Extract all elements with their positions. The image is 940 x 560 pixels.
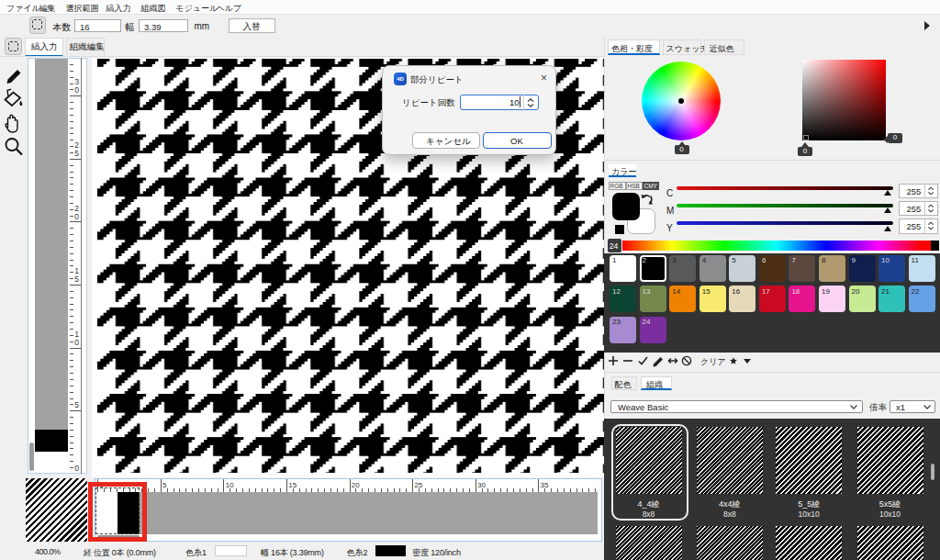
svg-text:5: 5 bbox=[74, 274, 79, 284]
svg-text:0: 0 bbox=[74, 337, 79, 346]
svg-text:10: 10 bbox=[226, 480, 234, 488]
svg-text:5: 5 bbox=[162, 480, 167, 488]
svg-text:30: 30 bbox=[477, 480, 486, 488]
svg-text:5: 5 bbox=[74, 400, 79, 409]
svg-text:0: 0 bbox=[74, 463, 79, 472]
svg-text:35: 35 bbox=[541, 480, 549, 488]
svg-text:20: 20 bbox=[352, 480, 360, 488]
svg-text:5: 5 bbox=[74, 148, 79, 157]
svg-text:15: 15 bbox=[288, 480, 297, 488]
svg-text:25: 25 bbox=[414, 480, 422, 488]
svg-text:0: 0 bbox=[74, 85, 79, 95]
svg-text:0: 0 bbox=[74, 211, 79, 220]
